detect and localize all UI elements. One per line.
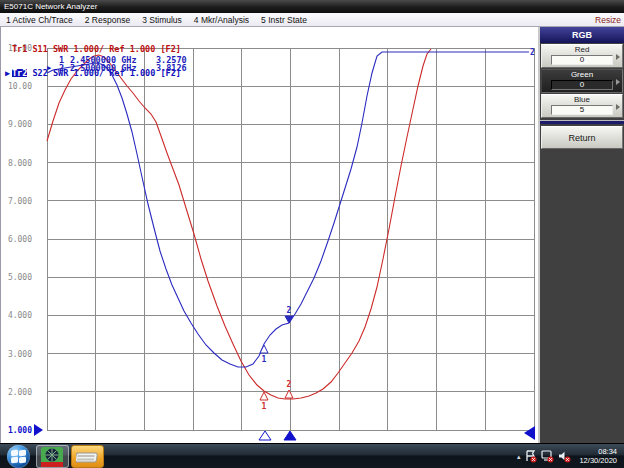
graph-window: 11.0010.009.0008.0007.0006.0005.0004.000… <box>0 27 538 443</box>
taskbar-clock[interactable]: 08:34 12/30/2020 <box>579 448 617 465</box>
y-axis-label: 9.000 <box>8 120 32 129</box>
softkey-red[interactable]: Red0 <box>541 44 623 68</box>
marker2-number: 2 <box>55 65 64 73</box>
start-button[interactable] <box>7 445 30 468</box>
y-axis-label: 1.000 <box>8 426 32 435</box>
softkey-arrow-icon <box>616 54 620 60</box>
menu-instr-state[interactable]: 5 Instr State <box>255 15 313 25</box>
softkey-label: Green <box>542 70 622 80</box>
trace-marker-number: 1 <box>262 355 267 364</box>
window-title: E5071C Network Analyzer <box>4 2 97 11</box>
y-axis-label: 7.000 <box>8 197 32 206</box>
stimulus-marker-indicator[interactable] <box>284 431 296 440</box>
softkey-value: 0 <box>551 55 613 65</box>
menu-active-ch-trace[interactable]: 1 Active Ch/Trace <box>0 15 79 25</box>
y-axis-label: 2.000 <box>8 388 32 397</box>
y-axis-label: 8.000 <box>8 159 32 168</box>
trace-marker-number: 1 <box>262 402 267 411</box>
trace2-chip: Tr2 <box>12 69 27 77</box>
softkey-green[interactable]: Green0 <box>541 69 623 93</box>
clock-date: 12/30/2020 <box>579 457 617 466</box>
softkey-label: Blue <box>542 95 622 105</box>
trace-end-label: 2 <box>530 48 535 57</box>
trace2-active-arrow: ▶ <box>5 69 12 77</box>
softkey-value: 5 <box>551 105 613 115</box>
sweep-position-arrow <box>524 426 535 440</box>
network-analyzer-icon <box>41 447 63 467</box>
softkey-blue[interactable]: Blue5 <box>541 94 623 118</box>
trace1-settings: S11 SWR 1.000/ Ref 1.000 [F2] <box>27 45 181 53</box>
trace-marker-number: 2 <box>287 306 292 315</box>
marker2-frequency: 2.5000000 GHz <box>70 65 156 73</box>
softkey-label: Red <box>542 45 622 55</box>
y-axis-label: 3.000 <box>8 350 32 359</box>
trace-S11 <box>47 49 431 399</box>
taskbar-button-network-analyzer[interactable] <box>36 445 69 468</box>
softkey-return-button[interactable]: Return <box>541 126 623 149</box>
softkey-menu-title: RGB <box>540 27 624 43</box>
stimulus-marker-indicator[interactable] <box>259 431 271 440</box>
trace1-status[interactable]: Tr1 S11 SWR 1.000/ Ref 1.000 [F2] <box>5 45 181 53</box>
volume-muted-icon[interactable] <box>558 450 571 463</box>
softkey-value: 0 <box>551 80 613 90</box>
network-status-icon[interactable] <box>541 450 554 463</box>
title-bar: E5071C Network Analyzer <box>0 0 624 13</box>
resize-button[interactable]: Resize <box>595 13 621 27</box>
action-center-flag-icon[interactable] <box>525 450 537 463</box>
screen: E5071C Network Analyzer 1 Active Ch/Trac… <box>0 0 624 468</box>
taskbar: ▴ 08:34 12/30/2020 <box>0 443 624 468</box>
marker2-value: 3.8126 <box>156 65 187 73</box>
y-axis-label: 6.000 <box>8 235 32 244</box>
trace1-chip: Tr1 <box>12 45 27 53</box>
menu-stimulus[interactable]: 3 Stimulus <box>136 15 188 25</box>
menu-bar: 1 Active Ch/Trace 2 Response 3 Stimulus … <box>0 13 624 27</box>
taskbar-button-keyboard[interactable] <box>71 445 104 468</box>
marker2-active-arrow: ▶ <box>47 65 55 73</box>
keyboard-icon <box>76 449 100 465</box>
menu-response[interactable]: 2 Response <box>79 15 136 25</box>
system-tray: ▴ 08:34 12/30/2020 <box>517 444 624 468</box>
softkey-list: Red0Green0Blue5 <box>540 44 624 118</box>
y-axis-label: 5.000 <box>8 273 32 282</box>
trace-marker-flag[interactable] <box>260 345 268 353</box>
softkey-panel: RGB Red0Green0Blue5 Return <box>538 27 624 443</box>
softkey-arrow-icon <box>616 104 620 110</box>
softkey-arrow-icon <box>616 79 620 85</box>
menu-mkr-analysis[interactable]: 4 Mkr/Analysis <box>188 15 255 25</box>
softkey-divider <box>540 120 624 124</box>
reference-level-arrow[interactable] <box>34 424 43 436</box>
tray-expand-icon[interactable]: ▴ <box>517 453 521 461</box>
marker-readout-block: 12.4500000 GHz3.2570 ▶22.5000000 GHz3.81… <box>47 57 187 72</box>
marker2-readout: ▶22.5000000 GHz3.8126 <box>47 65 187 73</box>
y-axis-label: 4.000 <box>8 311 32 320</box>
trace-marker-number: 2 <box>287 380 292 389</box>
trace-marker-flag[interactable] <box>285 390 293 398</box>
